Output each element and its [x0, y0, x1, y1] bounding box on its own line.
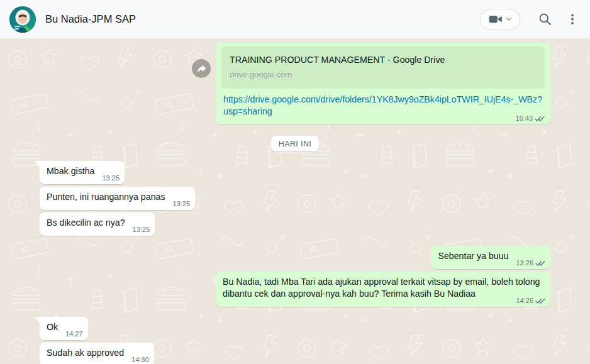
forward-icon: [196, 63, 207, 74]
date-divider-row: HARI INI: [40, 136, 550, 152]
message-time: 16:43: [515, 113, 533, 124]
header-actions: [480, 9, 576, 30]
message-meta: 16:43: [515, 113, 545, 124]
message-meta: 14:30: [131, 354, 149, 364]
message-time: 13:25: [103, 172, 120, 184]
avatar-photo: [9, 6, 36, 33]
message-row: Ok 14:27: [40, 317, 550, 340]
link-preview-card[interactable]: TRAINING PRODUCT MANAGEMENT - Google Dri…: [221, 47, 545, 89]
avatar[interactable]: [9, 6, 36, 33]
message-bubble-out: Bu Nadia, tadi Mba Tari ada ajukan appro…: [216, 272, 550, 307]
link-preview-title: TRAINING PRODUCT MANAGEMENT - Google Dri…: [230, 54, 537, 66]
kebab-menu-icon: [571, 13, 574, 25]
menu-button[interactable]: [570, 12, 576, 26]
message-time: 14:30: [131, 354, 149, 364]
contact-info[interactable]: Bu Nadia-JPM SAP: [9, 6, 136, 33]
message-time: 14:27: [65, 328, 83, 340]
message-bubble-in: Sudah ak approved 14:30: [40, 343, 154, 364]
delivered-double-check-icon: [535, 298, 545, 304]
message-time: 14:26: [516, 295, 533, 307]
message-list: TRAINING PRODUCT MANAGEMENT - Google Dri…: [0, 39, 590, 364]
message-time: 13:25: [133, 224, 150, 236]
date-divider: HARI INI: [271, 136, 320, 152]
whatsapp-chat-window: Bu Nadia-JPM SAP: [0, 0, 590, 364]
message-time: 13:26: [516, 257, 533, 269]
message-text: Punten, ini ruangannya panas: [47, 192, 165, 202]
delivered-double-check-icon: [535, 116, 545, 122]
message-meta: 13:25: [173, 198, 191, 210]
message-body: https://drive.google.com/drive/folders/1…: [221, 94, 545, 118]
message-row: Punten, ini ruangannya panas 13:25: [40, 187, 550, 210]
message-bubble-out: Sebentar ya buuu 13:26: [431, 246, 550, 269]
message-row: TRAINING PRODUCT MANAGEMENT - Google Dri…: [40, 43, 550, 124]
message-meta: 13:25: [103, 172, 120, 184]
message-bubble-in: Mbak gistha 13:25: [40, 161, 125, 184]
message-text: Sebentar ya buuu: [438, 251, 508, 261]
message-meta: 13:25: [133, 224, 150, 236]
message-bubble-in: Bs dikecilin ac nya? 13:25: [40, 212, 155, 236]
message-time: 13:25: [173, 198, 191, 210]
message-meta: 14:27: [65, 328, 83, 340]
chat-header: Bu Nadia-JPM SAP: [0, 0, 590, 39]
message-text: Mbak gistha: [47, 166, 95, 176]
conversation-panel[interactable]: TRAINING PRODUCT MANAGEMENT - Google Dri…: [0, 39, 590, 364]
message-row: Mbak gistha 13:25: [40, 161, 550, 184]
search-icon: [538, 13, 552, 26]
search-button[interactable]: [537, 11, 553, 27]
message-row: Sebentar ya buuu 13:26: [40, 246, 550, 269]
message-row: Bs dikecilin ac nya? 13:25: [40, 212, 550, 236]
contact-name: Bu Nadia-JPM SAP: [45, 13, 136, 25]
chevron-down-icon: [506, 18, 511, 21]
message-link[interactable]: https://drive.google.com/drive/folders/1…: [223, 94, 542, 116]
link-preview-domain: drive.google.com: [230, 69, 537, 80]
video-call-button[interactable]: [480, 9, 520, 30]
message-text: Bu Nadia, tadi Mba Tari ada ajukan appro…: [223, 277, 540, 299]
delivered-double-check-icon: [535, 260, 545, 267]
message-text: Sudah ak approved: [47, 348, 124, 358]
video-camera-icon: [489, 14, 503, 24]
message-text: Ok: [47, 322, 58, 332]
message-bubble-in: Punten, ini ruangannya panas 13:25: [40, 187, 195, 210]
message-row: Bu Nadia, tadi Mba Tari ada ajukan appro…: [40, 272, 550, 307]
message-meta: 13:26: [516, 257, 545, 269]
forward-button[interactable]: [192, 59, 211, 78]
message-bubble-out: TRAINING PRODUCT MANAGEMENT - Google Dri…: [216, 43, 550, 124]
message-meta: 14:26: [516, 295, 545, 307]
message-text: Bs dikecilin ac nya?: [47, 218, 125, 228]
message-row: Sudah ak approved 14:30: [40, 343, 550, 364]
message-bubble-in: Ok 14:27: [40, 317, 88, 340]
